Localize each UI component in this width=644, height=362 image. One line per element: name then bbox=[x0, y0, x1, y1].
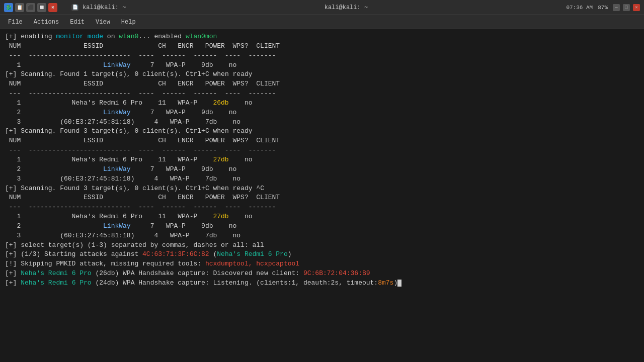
menu-view[interactable]: View bbox=[91, 17, 115, 28]
app-icon-1[interactable]: 🐉 bbox=[4, 3, 13, 12]
terminal-line: NUM ESSID CH ENCR POWER WPS? CLIENT bbox=[5, 79, 639, 89]
terminal-line: [+] select target(s) (1-3) separated by … bbox=[5, 241, 639, 250]
tab-label[interactable]: kali@kali: ~ bbox=[83, 4, 126, 11]
terminal[interactable]: [+] enabling monitor mode on wlan0... en… bbox=[0, 29, 644, 362]
terminal-line: [+] enabling monitor mode on wlan0... en… bbox=[5, 32, 639, 42]
tab-icon[interactable]: 📄 bbox=[71, 4, 78, 11]
terminal-line: NUM ESSID CH ENCR POWER WPS? CLIENT bbox=[5, 136, 639, 146]
terminal-line: [!] Skipping PMKID attack, missing requi… bbox=[5, 259, 639, 269]
app-icon-3[interactable]: ⬛ bbox=[26, 3, 35, 12]
app-icon-4[interactable]: 🔲 bbox=[37, 3, 46, 12]
terminal-line: 3 (60:E3:27:45:81:18) 4 WPA-P 7db no bbox=[5, 118, 639, 127]
menu-actions[interactable]: Actions bbox=[29, 17, 64, 28]
terminal-cursor bbox=[397, 280, 401, 287]
terminal-line: --- -------------------------- ---- ----… bbox=[5, 146, 639, 155]
terminal-line: [+] Neha's Redmi 6 Pro (26db) WPA Handsh… bbox=[5, 269, 639, 279]
battery-display: 87% bbox=[598, 5, 608, 11]
minimize-button[interactable]: ─ bbox=[613, 4, 620, 11]
terminal-line: 2 LinkWay 7 WPA-P 9db no bbox=[5, 222, 639, 231]
terminal-line: NUM ESSID CH ENCR POWER WPS? CLIENT bbox=[5, 42, 639, 51]
terminal-line: 2 LinkWay 7 WPA-P 9db no bbox=[5, 165, 639, 174]
terminal-line: [+] (1/3) Starting attacks against 4C:63… bbox=[5, 250, 639, 259]
terminal-line: 1 Neha's Redmi 6 Pro 11 WPA-P 27db no bbox=[5, 155, 639, 165]
menu-edit[interactable]: Edit bbox=[65, 17, 90, 28]
terminal-line: 1 LinkWay 7 WPA-P 9db no bbox=[5, 61, 639, 70]
terminal-line: 3 (60:E3:27:45:81:18) 4 WPA-P 7db no bbox=[5, 174, 639, 184]
terminal-line: [+] Scanning. Found 3 target(s), 0 clien… bbox=[5, 184, 639, 194]
titlebar: 🐉 📋 ⬛ 🔲 ✖ 📄 kali@kali: ~ kali@kali: ~ 07… bbox=[0, 0, 644, 15]
menu-file[interactable]: File bbox=[3, 17, 28, 28]
terminal-line: NUM ESSID CH ENCR POWER WPS? CLIENT bbox=[5, 193, 639, 203]
terminal-line: --- -------------------------- ---- ----… bbox=[5, 51, 639, 61]
close-button[interactable]: ✕ bbox=[633, 4, 640, 11]
time-display: 07:36 AM bbox=[566, 5, 593, 11]
titlebar-left: 🐉 📋 ⬛ 🔲 ✖ 📄 kali@kali: ~ bbox=[4, 3, 126, 12]
titlebar-right: 07:36 AM 87% ─ □ ✕ bbox=[566, 4, 640, 11]
terminal-line: --- -------------------------- ---- ----… bbox=[5, 89, 639, 99]
terminal-line: 1 Neha's Redmi 6 Pro 11 WPA-P 27db no bbox=[5, 212, 639, 222]
window-controls: ─ □ ✕ bbox=[613, 4, 640, 11]
terminal-line: [+] Neha's Redmi 6 Pro (24db) WPA Handsh… bbox=[5, 279, 639, 288]
terminal-line: [+] Scanning. Found 1 target(s), 0 clien… bbox=[5, 70, 639, 79]
window-title: kali@kali: ~ bbox=[325, 4, 368, 11]
terminal-line: [+] Scanning. Found 3 target(s), 0 clien… bbox=[5, 127, 639, 136]
menu-help[interactable]: Help bbox=[116, 17, 141, 28]
terminal-line: 2 LinkWay 7 WPA-P 9db no bbox=[5, 108, 639, 118]
maximize-button[interactable]: □ bbox=[623, 4, 630, 11]
menubar: File Actions Edit View Help bbox=[0, 15, 644, 29]
app-icon-2[interactable]: 📋 bbox=[15, 3, 24, 12]
terminal-line: 1 Neha's Redmi 6 Pro 11 WPA-P 26db no bbox=[5, 99, 639, 108]
terminal-line: 3 (60:E3:27:45:81:18) 4 WPA-P 7db no bbox=[5, 231, 639, 241]
app-icon-5[interactable]: ✖ bbox=[48, 3, 57, 12]
terminal-line: --- -------------------------- ---- ----… bbox=[5, 203, 639, 212]
